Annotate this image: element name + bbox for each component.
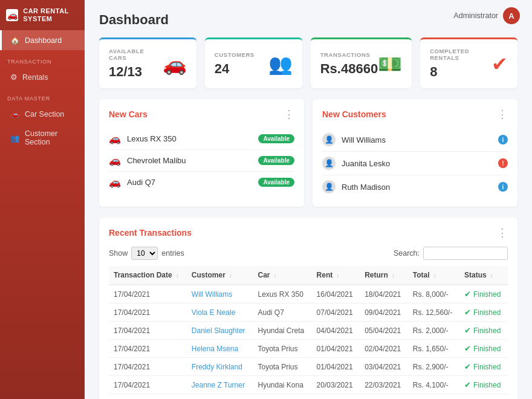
- car-badge-1: Available: [258, 156, 294, 165]
- entries-select[interactable]: 10 25 50: [131, 247, 158, 260]
- sidebar-section-datamaster: DATA MASTER: [0, 87, 85, 104]
- new-cars-menu-icon[interactable]: ⋮: [284, 108, 294, 121]
- stat-value-completed-rentals: 8: [430, 64, 491, 80]
- transactions-card-header: Recent Transactions ⋮: [109, 226, 508, 239]
- new-customers-menu-icon[interactable]: ⋮: [497, 108, 508, 121]
- td-total-5: Rs. 4,100/-: [408, 376, 459, 394]
- td-customer-4[interactable]: Freddy Kirkland: [187, 358, 253, 376]
- td-car-3: Toyota Prius: [253, 340, 311, 358]
- stat-label-completed-rentals: COMPLETED RENTALS: [430, 48, 491, 61]
- sidebar-item-car-section[interactable]: 🚗 Car Section: [0, 104, 85, 124]
- admin-avatar[interactable]: A: [503, 7, 520, 24]
- sort-icon-car: ↕: [274, 273, 276, 279]
- sidebar-section-transaction: TRANSACTION: [0, 50, 85, 67]
- td-rent-0: 16/04/2021: [312, 285, 360, 303]
- td-date-4: 17/04/2021: [109, 358, 187, 376]
- sidebar-item-customer-section[interactable]: 👥 Customer Section: [0, 124, 85, 152]
- td-date-5: 17/04/2021: [109, 376, 187, 394]
- admin-name: Administrator: [453, 11, 498, 20]
- th-status: Status ↕: [459, 266, 508, 285]
- table-row: 17/04/2021 Viola E Neale Audi Q7 07/04/2…: [109, 303, 508, 322]
- sidebar-car-section-label: Car Section: [25, 110, 64, 118]
- new-cars-card-header: New Cars ⋮: [109, 108, 294, 121]
- td-customer-0[interactable]: Will Williams: [187, 285, 253, 303]
- td-customer-3[interactable]: Helena Msena: [187, 340, 253, 358]
- th-total: Total ↕: [408, 266, 459, 285]
- customer-avatar-0: 👤: [322, 133, 336, 146]
- td-rent-2: 04/04/2021: [312, 322, 360, 340]
- new-cars-card: New Cars ⋮ 🚗 Lexus RX 350 Available 🚗 Ch…: [99, 99, 304, 207]
- td-car-0: Lexus RX 350: [253, 285, 311, 303]
- table-row: 17/04/2021 Christine Moore MG Hector 04/…: [109, 394, 508, 400]
- sidebar-item-dashboard[interactable]: 🏠 Dashboard: [0, 30, 85, 50]
- transactions-menu-icon[interactable]: ⋮: [497, 226, 508, 239]
- td-car-1: Audi Q7: [253, 303, 311, 322]
- td-status-2: ✔ Finished: [459, 322, 508, 340]
- transactions-tbody: 17/04/2021 Will Williams Lexus RX 350 16…: [109, 285, 508, 399]
- status-finished-icon: ✔: [464, 326, 471, 335]
- td-customer-2[interactable]: Daniel Slaughter: [187, 322, 253, 340]
- search-input[interactable]: [423, 247, 508, 260]
- sort-icon-total: ↕: [433, 273, 436, 279]
- table-row: 17/04/2021 Will Williams Lexus RX 350 16…: [109, 285, 508, 303]
- td-total-6: Rs. 13,450/-: [408, 394, 459, 400]
- td-customer-1[interactable]: Viola E Neale: [187, 303, 253, 322]
- td-car-2: Hyundai Creta: [253, 322, 311, 340]
- customer-info-btn-1[interactable]: !: [498, 158, 508, 168]
- td-rent-6: 04/03/2021: [312, 394, 360, 400]
- car-section-icon: 🚗: [10, 109, 20, 118]
- td-return-6: 11/03/2021: [360, 394, 408, 400]
- customer-info-btn-2[interactable]: i: [498, 182, 508, 192]
- stat-card-available-cars: AVAILABLE CARS 12/13 🚗: [99, 37, 196, 88]
- car-icon-1: 🚗: [109, 155, 121, 166]
- car-item-2: 🚗 Audi Q7 Available: [109, 172, 294, 193]
- td-car-5: Hyundai Kona: [253, 376, 311, 394]
- status-finished-icon: ✔: [464, 362, 471, 371]
- td-total-0: Rs. 8,000/-: [408, 285, 459, 303]
- stat-card-completed-rentals: COMPLETED RENTALS 8 ✔: [420, 37, 517, 88]
- customer-item-1: 👤 Juanita Lesko !: [322, 152, 508, 175]
- sidebar-item-rentals[interactable]: ⚙ Rentals: [0, 67, 85, 87]
- sidebar: 🚗 CAR RENTAL SYSTEM 🏠 Dashboard TRANSACT…: [0, 0, 85, 399]
- th-car: Car ↕: [253, 266, 311, 285]
- sidebar-dashboard-label: Dashboard: [25, 36, 62, 45]
- home-icon: 🏠: [10, 36, 20, 45]
- th-date: Transaction Date ↕: [109, 266, 187, 285]
- status-finished-icon: ✔: [464, 344, 471, 353]
- car-name-2: Audi Q7: [127, 178, 252, 187]
- customer-avatar-1: 👤: [322, 157, 336, 170]
- td-rent-5: 20/03/2021: [312, 376, 360, 394]
- rentals-icon: ⚙: [10, 73, 18, 82]
- topbar: Administrator A: [453, 7, 520, 24]
- car-badge-0: Available: [258, 134, 294, 143]
- sort-icon-rent: ↕: [337, 273, 339, 279]
- car-name-0: Lexus RX 350: [127, 134, 252, 143]
- new-cars-title: New Cars: [109, 109, 148, 119]
- td-total-1: Rs. 12,560/-: [408, 303, 459, 322]
- td-date-2: 17/04/2021: [109, 322, 187, 340]
- td-return-1: 09/04/2021: [360, 303, 408, 322]
- td-date-6: 17/04/2021: [109, 394, 187, 400]
- td-car-4: Toyota Prius: [253, 358, 311, 376]
- customer-info-btn-0[interactable]: i: [498, 135, 508, 144]
- td-customer-5[interactable]: Jeanne Z Turner: [187, 376, 253, 394]
- td-return-2: 05/04/2021: [360, 322, 408, 340]
- table-header-row: Transaction Date ↕ Customer ↕ Car ↕ Rent…: [109, 266, 508, 285]
- main-content: Administrator A Dashboard AVAILABLE CARS…: [85, 0, 532, 399]
- td-return-3: 02/04/2021: [360, 340, 408, 358]
- new-customers-list: 👤 Will Williams i 👤 Juanita Lesko ! 👤 Ru…: [322, 128, 508, 198]
- td-status-0: ✔ Finished: [459, 285, 508, 303]
- sort-icon-status: ↕: [490, 273, 493, 279]
- stat-icon-completed-rentals: ✔: [491, 53, 508, 76]
- table-row: 17/04/2021 Helena Msena Toyota Prius 01/…: [109, 340, 508, 358]
- customer-name-2: Ruth Madison: [342, 183, 492, 192]
- sort-icon-customer: ↕: [229, 273, 232, 279]
- info-cards-row: New Cars ⋮ 🚗 Lexus RX 350 Available 🚗 Ch…: [99, 99, 517, 207]
- car-item-0: 🚗 Lexus RX 350 Available: [109, 128, 294, 150]
- td-return-5: 22/03/2021: [360, 376, 408, 394]
- app-logo: 🚗 CAR RENTAL SYSTEM: [0, 0, 85, 30]
- td-date-1: 17/04/2021: [109, 303, 187, 322]
- new-customers-card-header: New Customers ⋮: [322, 108, 508, 121]
- td-customer-6[interactable]: Christine Moore: [187, 394, 253, 400]
- logo-icon: 🚗: [6, 9, 18, 21]
